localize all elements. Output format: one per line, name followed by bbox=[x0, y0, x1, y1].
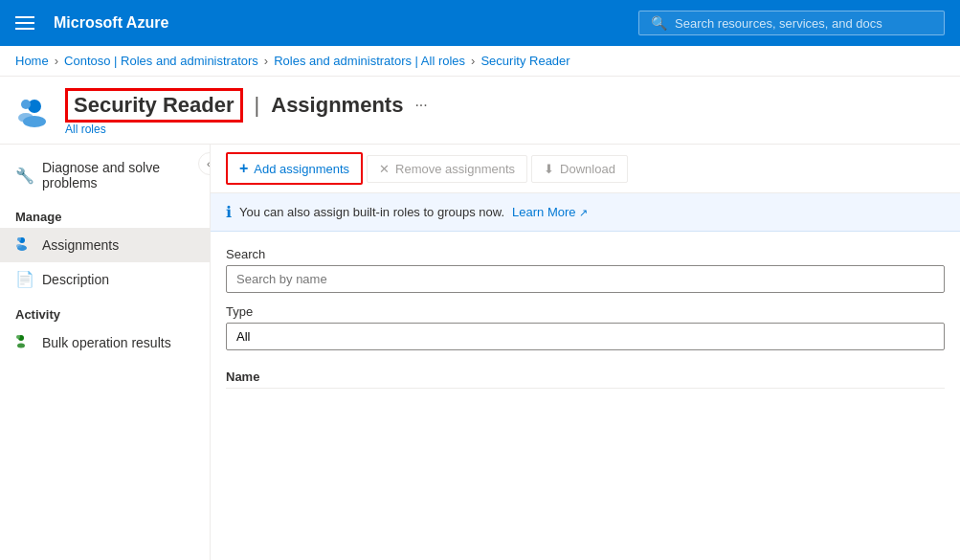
page-icon bbox=[15, 93, 54, 131]
breadcrumb: Home › Contoso | Roles and administrator… bbox=[0, 46, 960, 77]
svg-point-7 bbox=[16, 244, 22, 248]
toolbar: + Add assignments ✕ Remove assignments ⬇… bbox=[211, 145, 960, 193]
sidebar: « 🔧 Diagnose and solve problems Manage A… bbox=[0, 145, 211, 560]
description-icon: 📄 bbox=[15, 270, 33, 288]
add-assignments-label: Add assignments bbox=[254, 162, 349, 176]
search-input[interactable] bbox=[226, 265, 945, 293]
type-label: Type bbox=[226, 304, 945, 319]
svg-point-2 bbox=[21, 100, 31, 109]
more-options-button[interactable]: ··· bbox=[414, 97, 427, 114]
info-banner: ℹ You can also assign built-in roles to … bbox=[211, 193, 960, 232]
page-title-group: Security Reader | Assignments ··· All ro… bbox=[65, 88, 428, 136]
search-label: Search bbox=[226, 247, 945, 261]
breadcrumb-security-reader[interactable]: Security Reader bbox=[480, 54, 569, 68]
external-link-icon: ↗ bbox=[579, 207, 588, 218]
assignments-icon bbox=[15, 235, 33, 255]
azure-logo: Microsoft Azure bbox=[54, 14, 168, 32]
svg-point-10 bbox=[16, 335, 20, 339]
content-area: « 🔧 Diagnose and solve problems Manage A… bbox=[0, 145, 960, 560]
page-subtitle[interactable]: All roles bbox=[65, 123, 428, 136]
info-banner-text: You can also assign built-in roles to gr… bbox=[239, 205, 504, 219]
search-form: Search Type Name bbox=[211, 232, 960, 404]
title-separator: | bbox=[255, 93, 260, 118]
sidebar-item-bulk[interactable]: Bulk operation results bbox=[0, 325, 210, 360]
page-heading: Assignments bbox=[271, 93, 403, 118]
page-title: Security Reader bbox=[65, 88, 243, 123]
download-label: Download bbox=[560, 162, 615, 176]
type-input[interactable] bbox=[226, 323, 945, 350]
search-icon: 🔍 bbox=[651, 15, 667, 31]
sidebar-item-assignments[interactable]: Assignments bbox=[0, 228, 210, 262]
sidebar-activity-label: Activity bbox=[0, 296, 210, 325]
breadcrumb-sep-2: › bbox=[264, 54, 268, 68]
breadcrumb-all-roles[interactable]: Roles and administrators | All roles bbox=[274, 54, 465, 68]
breadcrumb-sep-3: › bbox=[471, 54, 475, 68]
sidebar-diagnose-label: Diagnose and solve problems bbox=[42, 160, 194, 190]
global-search-input[interactable] bbox=[675, 16, 932, 31]
breadcrumb-sep-1: › bbox=[55, 54, 58, 68]
breadcrumb-home[interactable]: Home bbox=[15, 54, 49, 68]
sidebar-description-label: Description bbox=[42, 272, 109, 287]
plus-icon: + bbox=[239, 160, 248, 177]
svg-point-9 bbox=[17, 344, 25, 348]
download-button: ⬇ Download bbox=[531, 155, 628, 183]
main-panel: + Add assignments ✕ Remove assignments ⬇… bbox=[211, 145, 960, 560]
bulk-icon bbox=[15, 333, 33, 352]
wrench-icon: 🔧 bbox=[15, 167, 33, 185]
page-header: Security Reader | Assignments ··· All ro… bbox=[0, 77, 960, 145]
remove-assignments-button: ✕ Remove assignments bbox=[367, 155, 527, 183]
add-assignments-button[interactable]: + Add assignments bbox=[226, 152, 363, 185]
name-column-header: Name bbox=[226, 362, 945, 389]
x-icon: ✕ bbox=[379, 162, 390, 176]
hamburger-menu[interactable] bbox=[15, 16, 34, 30]
svg-point-6 bbox=[17, 237, 21, 241]
sidebar-item-description[interactable]: 📄 Description bbox=[0, 262, 210, 296]
svg-point-3 bbox=[18, 113, 33, 123]
breadcrumb-contoso[interactable]: Contoso | Roles and administrators bbox=[64, 54, 258, 68]
learn-more-link[interactable]: Learn More ↗ bbox=[512, 205, 588, 219]
sidebar-item-diagnose[interactable]: 🔧 Diagnose and solve problems bbox=[0, 152, 210, 198]
info-icon: ℹ bbox=[226, 203, 232, 221]
sidebar-manage-label: Manage bbox=[0, 198, 210, 228]
sidebar-assignments-label: Assignments bbox=[42, 237, 119, 253]
download-icon: ⬇ bbox=[544, 162, 554, 176]
sidebar-bulk-label: Bulk operation results bbox=[42, 335, 171, 350]
learn-more-label[interactable]: Learn More bbox=[512, 205, 575, 219]
global-search-bar[interactable]: 🔍 bbox=[638, 11, 945, 35]
remove-assignments-label: Remove assignments bbox=[395, 162, 515, 176]
top-navigation: Microsoft Azure 🔍 bbox=[0, 0, 960, 46]
